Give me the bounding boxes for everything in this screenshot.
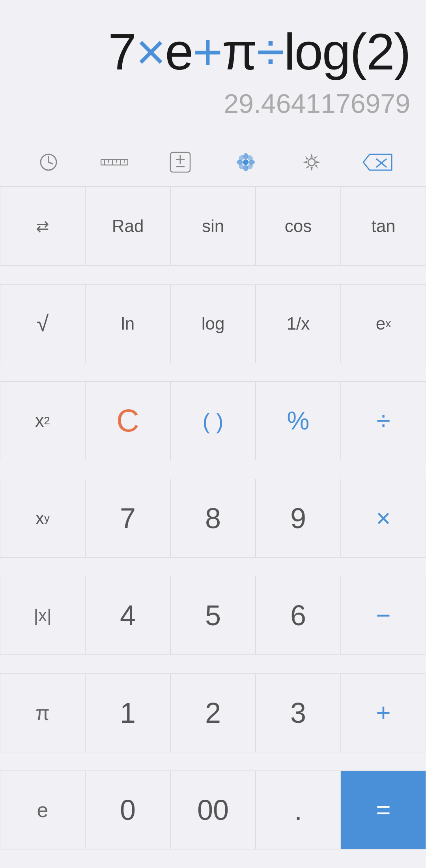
- svg-rect-3: [101, 159, 128, 165]
- backspace-button[interactable]: [362, 146, 393, 178]
- cos-key[interactable]: cos: [256, 187, 341, 266]
- plusminus-icon: [170, 152, 191, 173]
- backspace-icon: [362, 152, 393, 172]
- multiply-key[interactable]: ×: [341, 479, 426, 558]
- swap-key[interactable]: ⇄: [0, 187, 85, 266]
- two-key[interactable]: 2: [170, 673, 256, 752]
- svg-point-15: [243, 153, 248, 159]
- expression: 7×e+π÷log(2): [108, 24, 410, 80]
- nine-key[interactable]: 9: [256, 479, 341, 558]
- svg-point-17: [237, 160, 243, 165]
- abs-key[interactable]: |x|: [0, 576, 85, 655]
- doublezero-key[interactable]: 00: [170, 771, 256, 849]
- theme-icon: [235, 152, 256, 172]
- tan-key[interactable]: tan: [341, 187, 426, 266]
- svg-point-23: [308, 159, 315, 166]
- history-button[interactable]: [33, 146, 64, 178]
- four-key[interactable]: 4: [85, 576, 170, 655]
- euler-key[interactable]: e: [0, 771, 85, 849]
- result-display: 29.4641176979: [224, 88, 410, 119]
- equals-key[interactable]: =: [341, 771, 426, 849]
- keypad: ⇄ Rad sin cos tan √ ln log 1/x ex x2 C (…: [0, 186, 426, 868]
- five-key[interactable]: 5: [170, 576, 256, 655]
- ln-key[interactable]: ln: [85, 284, 170, 363]
- plusminus-button[interactable]: [164, 146, 196, 178]
- svg-point-14: [243, 159, 248, 165]
- svg-point-16: [243, 165, 248, 171]
- eight-key[interactable]: 8: [170, 479, 256, 558]
- seven-key[interactable]: 7: [85, 479, 170, 558]
- six-key[interactable]: 6: [256, 576, 341, 655]
- gear-icon: [301, 152, 322, 172]
- settings-button[interactable]: [296, 146, 327, 178]
- reciprocal-key[interactable]: 1/x: [256, 284, 341, 363]
- clear-key[interactable]: C: [85, 381, 170, 460]
- toolbar: [0, 139, 426, 186]
- sin-key[interactable]: sin: [170, 187, 256, 266]
- svg-point-18: [248, 160, 255, 165]
- minus-key[interactable]: −: [341, 576, 426, 655]
- ruler-icon: [101, 156, 128, 168]
- divide-symbol: ÷: [256, 23, 284, 81]
- pi-key[interactable]: π: [0, 673, 85, 752]
- multiply-symbol: ×: [136, 23, 165, 81]
- clock-icon: [39, 153, 58, 172]
- parentheses-key[interactable]: ( ): [170, 381, 256, 460]
- divide-key[interactable]: ÷: [341, 381, 426, 460]
- theme-button[interactable]: [230, 146, 262, 178]
- plus-symbol: +: [193, 23, 222, 81]
- decimal-key[interactable]: .: [256, 771, 341, 849]
- plus-key[interactable]: +: [341, 673, 426, 752]
- three-key[interactable]: 3: [256, 673, 341, 752]
- ex-key[interactable]: ex: [341, 284, 426, 363]
- display-area: 7×e+π÷log(2) 29.4641176979: [0, 0, 426, 139]
- percent-key[interactable]: %: [256, 381, 341, 460]
- svg-line-2: [49, 162, 52, 164]
- sqrt-key[interactable]: √: [0, 284, 85, 363]
- xsquared-key[interactable]: x2: [0, 381, 85, 460]
- log-key[interactable]: log: [170, 284, 256, 363]
- rad-key[interactable]: Rad: [85, 187, 170, 266]
- ruler-button[interactable]: [99, 146, 130, 178]
- xpow-key[interactable]: xy: [0, 479, 85, 558]
- zero-key[interactable]: 0: [85, 771, 170, 849]
- one-key[interactable]: 1: [85, 673, 170, 752]
